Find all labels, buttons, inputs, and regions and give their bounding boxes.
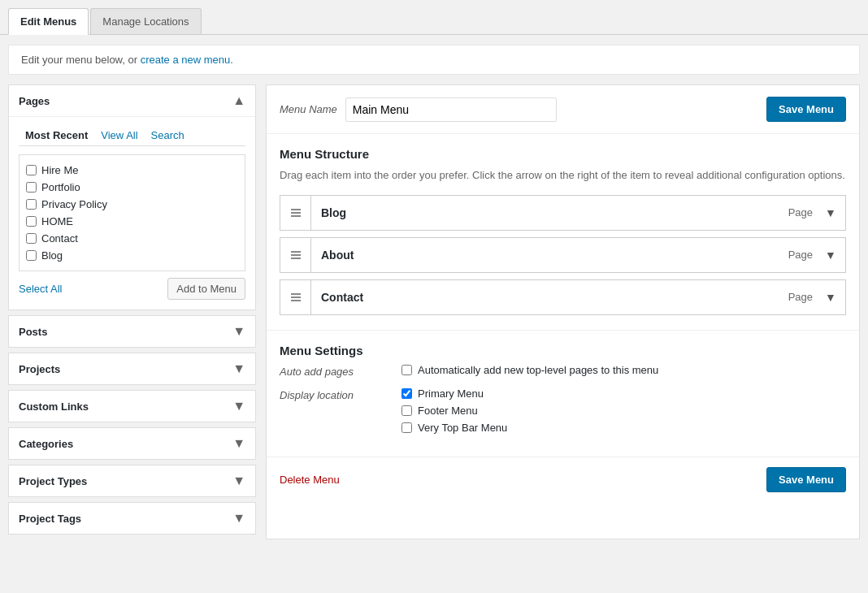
custom-links-chevron-icon: ▼ <box>232 399 245 413</box>
list-item[interactable]: Hire Me <box>26 162 238 179</box>
categories-accordion-header[interactable]: Categories ▼ <box>9 428 255 459</box>
pages-tabs: Most Recent View All Search <box>19 125 245 146</box>
very-top-bar-menu-option[interactable]: Very Top Bar Menu <box>401 422 507 434</box>
menu-item-about-chevron[interactable]: ▼ <box>816 238 845 272</box>
list-item[interactable]: Contact <box>26 230 238 247</box>
auto-add-pages-label: Auto add pages <box>280 364 385 378</box>
create-new-menu-link[interactable]: create a new menu <box>141 54 231 66</box>
main-layout: Pages ▲ Most Recent View All Search Hir <box>0 84 868 548</box>
tabs-bar: Edit Menus Manage Locations <box>0 0 868 35</box>
auto-add-pages-options: Automatically add new top-level pages to… <box>401 364 658 376</box>
contact-label: Contact <box>41 232 78 245</box>
auto-add-pages-option-label: Automatically add new top-level pages to… <box>418 364 658 376</box>
svg-rect-0 <box>291 209 301 210</box>
menu-item-about-type: Page <box>788 249 816 261</box>
footer-menu-option[interactable]: Footer Menu <box>401 405 507 417</box>
very-top-bar-menu-label: Very Top Bar Menu <box>418 422 507 434</box>
project-types-accordion-header[interactable]: Project Types ▼ <box>9 465 255 496</box>
tab-edit-menus[interactable]: Edit Menus <box>8 8 89 35</box>
menu-item-contact-type: Page <box>788 291 816 303</box>
display-location-label: Display location <box>280 387 385 401</box>
menu-settings-section: Menu Settings Auto add pages Automatical… <box>267 331 859 457</box>
drag-handle-blog[interactable] <box>280 196 311 230</box>
select-all-link[interactable]: Select All <box>19 283 62 295</box>
auto-add-pages-row: Auto add pages Automatically add new top… <box>280 364 846 378</box>
auto-add-pages-option[interactable]: Automatically add new top-level pages to… <box>401 364 658 376</box>
svg-rect-7 <box>291 296 301 298</box>
pages-section: Pages ▲ Most Recent View All Search Hir <box>8 84 256 310</box>
save-menu-button-bottom[interactable]: Save Menu <box>766 467 846 492</box>
display-location-row: Display location Primary Menu Footer Men… <box>280 387 846 434</box>
list-item[interactable]: HOME <box>26 213 238 230</box>
custom-links-title: Custom Links <box>19 400 89 413</box>
list-item[interactable]: Portfolio <box>26 179 238 196</box>
menu-name-row: Menu Name <box>280 97 557 122</box>
menu-name-input[interactable] <box>345 97 557 122</box>
list-item[interactable]: Privacy Policy <box>26 196 238 213</box>
project-tags-title: Project Tags <box>19 513 81 525</box>
portfolio-label: Portfolio <box>41 181 80 193</box>
pages-tab-view-all[interactable]: View All <box>94 125 144 145</box>
menu-item-blog: Blog Page ▼ <box>280 195 846 231</box>
delete-menu-link[interactable]: Delete Menu <box>280 474 340 486</box>
menu-item-contact-chevron[interactable]: ▼ <box>816 280 845 314</box>
pages-title: Pages <box>19 95 50 107</box>
contact-checkbox[interactable] <box>26 233 37 244</box>
categories-section: Categories ▼ <box>8 427 256 460</box>
info-suffix: . <box>230 54 233 66</box>
svg-rect-5 <box>291 258 301 259</box>
pages-accordion-header[interactable]: Pages ▲ <box>9 85 255 116</box>
structure-hint: Drag each item into the order you prefer… <box>280 167 846 184</box>
project-tags-chevron-icon: ▼ <box>232 511 245 526</box>
project-types-section: Project Types ▼ <box>8 465 256 497</box>
info-text: Edit your menu below, or <box>21 54 141 66</box>
svg-rect-8 <box>291 300 301 301</box>
info-banner: Edit your menu below, or create a new me… <box>8 45 860 75</box>
hire-me-label: Hire Me <box>41 164 79 176</box>
save-menu-button-top[interactable]: Save Menu <box>766 97 846 122</box>
footer-menu-checkbox[interactable] <box>401 405 412 416</box>
categories-chevron-icon: ▼ <box>232 436 245 451</box>
portfolio-checkbox[interactable] <box>26 182 37 193</box>
projects-accordion-header[interactable]: Projects ▼ <box>9 353 255 384</box>
posts-accordion-header[interactable]: Posts ▼ <box>9 316 255 347</box>
menu-item-contact: Contact Page ▼ <box>280 279 846 315</box>
blog-checkbox[interactable] <box>26 250 37 261</box>
pages-tab-search[interactable]: Search <box>145 125 191 145</box>
project-tags-accordion-header[interactable]: Project Tags ▼ <box>9 503 255 534</box>
pages-accordion-body: Most Recent View All Search Hire Me Port… <box>9 116 255 309</box>
svg-rect-1 <box>291 212 301 214</box>
home-checkbox[interactable] <box>26 216 37 227</box>
project-types-chevron-icon: ▼ <box>232 474 245 488</box>
menu-name-label: Menu Name <box>280 103 337 115</box>
right-panel-footer: Delete Menu Save Menu <box>267 457 859 502</box>
pages-checkbox-list: Hire Me Portfolio Privacy Policy HO <box>19 154 245 271</box>
custom-links-accordion-header[interactable]: Custom Links ▼ <box>9 391 255 422</box>
svg-rect-6 <box>291 293 301 295</box>
primary-menu-checkbox[interactable] <box>401 388 412 399</box>
menu-item-blog-chevron[interactable]: ▼ <box>816 196 845 230</box>
projects-chevron-icon: ▼ <box>232 361 245 376</box>
menu-item-about-label: About <box>311 249 788 262</box>
footer-menu-label: Footer Menu <box>418 405 478 417</box>
svg-rect-4 <box>291 254 301 256</box>
pages-tab-most-recent[interactable]: Most Recent <box>19 125 94 145</box>
display-location-options: Primary Menu Footer Menu Very Top Bar Me… <box>401 387 507 434</box>
drag-handle-about[interactable] <box>280 238 311 272</box>
drag-handle-contact[interactable] <box>280 280 311 314</box>
auto-add-pages-checkbox[interactable] <box>401 365 412 375</box>
page-wrapper: Edit Menus Manage Locations Edit your me… <box>0 0 868 593</box>
custom-links-section: Custom Links ▼ <box>8 390 256 422</box>
project-types-title: Project Types <box>19 475 87 487</box>
very-top-bar-menu-checkbox[interactable] <box>401 422 412 433</box>
primary-menu-option[interactable]: Primary Menu <box>401 387 507 400</box>
list-item[interactable]: Blog <box>26 247 238 264</box>
menu-settings-title: Menu Settings <box>280 344 846 357</box>
menu-item-contact-label: Contact <box>311 291 788 304</box>
hire-me-checkbox[interactable] <box>26 165 37 175</box>
add-to-menu-button[interactable]: Add to Menu <box>167 278 245 300</box>
pages-actions: Select All Add to Menu <box>19 278 245 300</box>
left-panel: Pages ▲ Most Recent View All Search Hir <box>8 84 256 539</box>
privacy-policy-checkbox[interactable] <box>26 199 37 210</box>
tab-manage-locations[interactable]: Manage Locations <box>90 8 201 34</box>
